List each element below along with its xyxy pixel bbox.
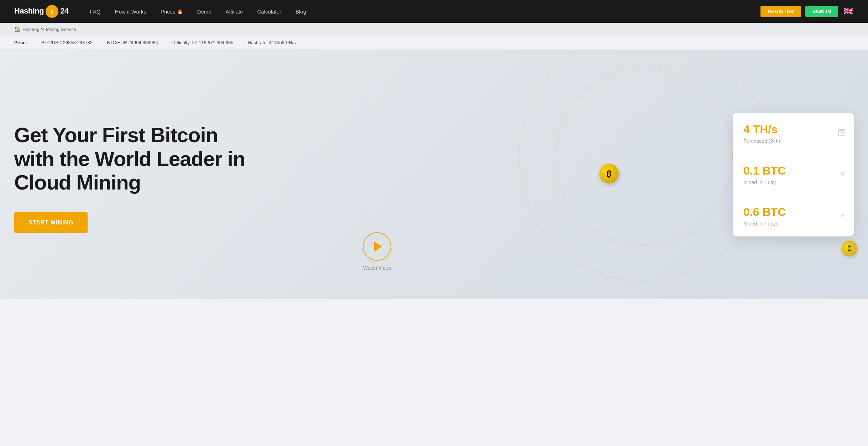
btc-usd: BTC/USD 26353.293782 [41, 40, 93, 45]
nav-actions: REGISTER SIGN IN 🇬🇧 [760, 6, 854, 17]
nav-calculator[interactable]: Calculator [257, 9, 282, 15]
stats-card: 4 TH/s Purchased (24h) 0.1 BTC Mined in … [733, 113, 854, 237]
arrow-icon-1 [838, 170, 845, 179]
nav-blog[interactable]: Blog [296, 9, 306, 15]
nav-faq[interactable]: FAQ [90, 9, 101, 15]
nav-demo[interactable]: Demo [197, 9, 211, 15]
navbar: Hashing ₿ 24 FAQ How it Works Prices 🔥 D… [0, 0, 868, 23]
stat-label-0: Purchased (24h) [743, 138, 843, 144]
play-icon [374, 242, 382, 251]
breadcrumb: 🏠 Hashing24 Mining Service [0, 23, 868, 36]
watch-video-button[interactable] [363, 232, 391, 261]
stat-value-1: 0.1 BTC [743, 164, 843, 177]
difficulty: Difficulty: 57 119 871 304 635 [172, 40, 234, 45]
deco-circle-2 [519, 50, 768, 281]
hashrate: Hashrate: 414558 PH/s [248, 40, 296, 45]
price-label: Price: [14, 40, 27, 45]
video-area: Watch Video [363, 232, 391, 271]
stat-row-2: 0.6 BTC Mined in 7 days [733, 196, 854, 237]
btc-eur: BTC/EUR 24904.336984 [107, 40, 158, 45]
stat-value-2: 0.6 BTC [743, 206, 843, 219]
hero-section: ₿ ₿ Get Your First Bitcoin with the Worl… [0, 50, 868, 299]
watch-video-label: Watch Video [363, 265, 391, 271]
register-button[interactable]: REGISTER [760, 6, 801, 17]
home-icon: 🏠 [14, 26, 20, 32]
nav-affiliate[interactable]: Affiliate [226, 9, 243, 15]
nav-links: FAQ How it Works Prices 🔥 Demo Affiliate… [90, 9, 760, 15]
stat-label-1: Mined in 1 day [743, 180, 843, 185]
signin-button[interactable]: SIGN IN [805, 6, 838, 17]
stat-row-1: 0.1 BTC Mined in 1 day [733, 154, 854, 196]
cart-icon [837, 129, 845, 138]
logo-text: Hashing ₿ 24 [14, 4, 69, 19]
deco-circle-1 [555, 68, 733, 246]
svg-text:₿: ₿ [51, 9, 53, 15]
arrow-icon-2 [838, 212, 845, 221]
hero-content: Get Your First Bitcoin with the World Le… [14, 123, 263, 233]
btc-coin-small: ₿ [841, 240, 857, 256]
start-mining-button[interactable]: START MINING [14, 212, 88, 233]
nav-how-it-works[interactable]: How it Works [115, 9, 146, 15]
btc-coin-float: ₿ [599, 164, 619, 183]
stat-row-0: 4 TH/s Purchased (24h) [733, 113, 854, 154]
breadcrumb-text: Hashing24 Mining Service [22, 27, 76, 32]
logo[interactable]: Hashing ₿ 24 [14, 4, 69, 19]
hero-title: Get Your First Bitcoin with the World Le… [14, 123, 263, 195]
stat-label-2: Mined in 7 days [743, 221, 843, 227]
language-selector[interactable]: 🇬🇧 [842, 6, 854, 17]
nav-prices[interactable]: Prices 🔥 [161, 9, 183, 15]
ticker-bar: Price: BTC/USD 26353.293782 BTC/EUR 2490… [0, 36, 868, 50]
stat-value-0: 4 TH/s [743, 123, 843, 136]
fire-icon: 🔥 [177, 9, 183, 14]
